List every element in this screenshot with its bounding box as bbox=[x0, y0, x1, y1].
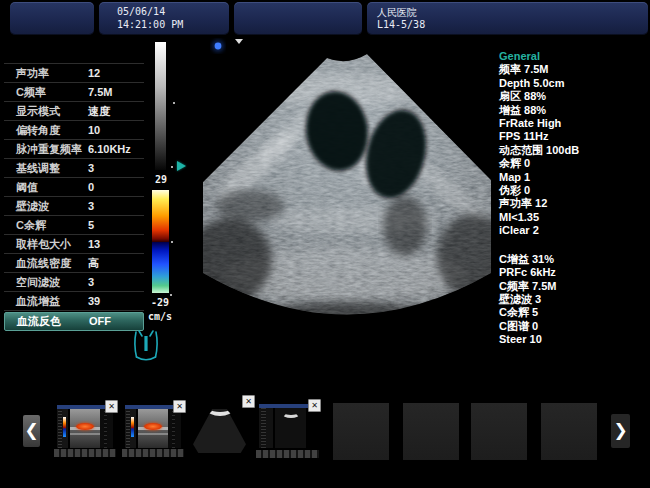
param-row-flow-invert-selected[interactable]: 血流反色 OFF bbox=[4, 312, 144, 331]
velocity-max-label: 29 bbox=[150, 174, 172, 185]
info-line-framerate: FrRate High bbox=[499, 117, 649, 130]
param-row-prf[interactable]: 脉冲重复频率 6.10KHz bbox=[4, 140, 144, 159]
info-line-map: Map 1 bbox=[499, 171, 649, 184]
param-row-c-frequency[interactable]: C频率 7.5M bbox=[4, 83, 144, 102]
ultrasound-app-screen: 05/06/14 14:21:00 PM 人民医院 L14-5/38 声功率 1… bbox=[0, 0, 650, 488]
info-line-prfc: PRFc 6kHz bbox=[499, 266, 649, 279]
param-value: 5 bbox=[88, 216, 94, 234]
shadow-far-field bbox=[220, 302, 470, 338]
param-row-display-mode[interactable]: 显示模式 速度 bbox=[4, 102, 144, 121]
info-line-wall-filter: 壁滤波 3 bbox=[499, 293, 649, 306]
param-value: OFF bbox=[89, 313, 111, 330]
thumb-cine-strip bbox=[122, 449, 184, 457]
thumb-tissue-line bbox=[138, 433, 168, 435]
hospital-name: 人民医院 bbox=[377, 6, 417, 20]
info-line-depth: Depth 5.0cm bbox=[499, 77, 649, 90]
velocity-min-label: -29 bbox=[146, 297, 174, 308]
velocity-unit-label: cm/s bbox=[144, 311, 176, 322]
info-line-power: 声功率 12 bbox=[499, 197, 649, 210]
param-value: 3 bbox=[88, 273, 94, 291]
probe-position-mark bbox=[144, 336, 147, 351]
info-line-steer: Steer 10 bbox=[499, 333, 649, 346]
thumb-image bbox=[138, 409, 168, 448]
param-value: 速度 bbox=[88, 102, 110, 120]
param-label: C余辉 bbox=[16, 219, 46, 231]
thumb-tissue-line bbox=[70, 433, 100, 435]
thumbnail-convex-3[interactable]: ✕ bbox=[189, 400, 250, 456]
thumbnail-dark-4[interactable]: ✕ bbox=[259, 404, 316, 448]
thumb-probe-arc bbox=[282, 409, 300, 418]
param-label: 显示模式 bbox=[16, 105, 60, 117]
info-line-gain: 增益 88% bbox=[499, 104, 649, 117]
param-value: 39 bbox=[88, 292, 100, 310]
steer-arrow-icon bbox=[177, 161, 186, 171]
param-label: 脉冲重复频率 bbox=[16, 143, 82, 155]
param-row-flow-gain[interactable]: 血流增益 39 bbox=[4, 292, 144, 311]
thumb-doppler-flow bbox=[76, 423, 94, 430]
param-value: 3 bbox=[88, 159, 94, 177]
thumb-image bbox=[70, 409, 100, 448]
param-value: 13 bbox=[88, 235, 100, 253]
thumbnail-doppler-1[interactable]: ✕ bbox=[57, 405, 113, 448]
thumbnail-doppler-2[interactable]: ✕ bbox=[125, 405, 181, 448]
param-label: 血流增益 bbox=[16, 295, 60, 307]
param-row-acoustic-power[interactable]: 声功率 12 bbox=[4, 63, 144, 83]
date-text: 05/06/14 bbox=[117, 6, 165, 17]
param-label: 阈值 bbox=[16, 181, 38, 193]
empty-thumbnail-slot bbox=[333, 403, 389, 460]
param-label: 基线调整 bbox=[16, 162, 60, 174]
parameter-panel: 声功率 12 C频率 7.5M 显示模式 速度 偏转角度 10 脉冲重复频率 6… bbox=[4, 63, 144, 331]
shadow-left-mid bbox=[216, 190, 284, 222]
blue-marker-dot bbox=[215, 43, 222, 50]
param-row-c-persistence[interactable]: C余辉 5 bbox=[4, 216, 144, 235]
topbar-logo-segment bbox=[10, 2, 94, 35]
empty-thumbnail-slot bbox=[403, 403, 459, 460]
empty-thumbnail-slot bbox=[471, 403, 527, 460]
thumb-colorbar bbox=[131, 417, 134, 437]
param-row-spatial-filter[interactable]: 空间滤波 3 bbox=[4, 273, 144, 292]
thumb-doppler-flow bbox=[144, 423, 162, 430]
info-line-c-map: C图谱 0 bbox=[499, 320, 649, 333]
thumb-left-panel bbox=[57, 409, 68, 448]
param-value: 6.10KHz bbox=[88, 140, 131, 158]
param-label: 壁滤波 bbox=[16, 200, 49, 212]
ultrasound-image[interactable] bbox=[195, 38, 497, 338]
param-value: 高 bbox=[88, 254, 99, 272]
info-line-c-gain: C增益 31% bbox=[499, 253, 649, 266]
topbar-datetime-segment: 05/06/14 14:21:00 PM bbox=[99, 2, 229, 35]
param-label: 声功率 bbox=[16, 67, 49, 79]
thumb-image bbox=[275, 408, 306, 448]
info-line-iclear: iClear 2 bbox=[499, 224, 649, 237]
thumbnails-prev-button[interactable]: ❮ bbox=[23, 415, 40, 447]
image-info-panel: General 频率 7.5M Depth 5.0cm 扇区 88% 增益 88… bbox=[499, 50, 649, 347]
focus-marker-dot bbox=[173, 102, 175, 104]
info-line-frequency: 频率 7.5M bbox=[499, 63, 649, 76]
info-line-sector: 扇区 88% bbox=[499, 90, 649, 103]
close-icon[interactable]: ✕ bbox=[308, 399, 321, 412]
param-value: 7.5M bbox=[88, 83, 112, 101]
color-mode-info: C增益 31% PRFc 6kHz C频率 7.5M 壁滤波 3 C余辉 5 C… bbox=[499, 253, 649, 347]
param-row-baseline[interactable]: 基线调整 3 bbox=[4, 159, 144, 178]
info-line-pseudocolor: 伪彩 0 bbox=[499, 184, 649, 197]
topbar-hospital-segment: 人民医院 L14-5/38 bbox=[367, 2, 648, 35]
time-text: 14:21:00 PM bbox=[117, 19, 183, 30]
param-row-packet-size[interactable]: 取样包大小 13 bbox=[4, 235, 144, 254]
probe-model: L14-5/38 bbox=[377, 19, 425, 30]
param-label: C频率 bbox=[16, 86, 46, 98]
param-value: 12 bbox=[88, 64, 100, 82]
close-icon[interactable]: ✕ bbox=[105, 400, 118, 413]
close-icon[interactable]: ✕ bbox=[173, 400, 186, 413]
close-icon[interactable]: ✕ bbox=[242, 395, 255, 408]
param-row-wall-filter[interactable]: 壁滤波 3 bbox=[4, 197, 144, 216]
thumb-left-panel bbox=[125, 409, 136, 448]
param-row-threshold[interactable]: 阈值 0 bbox=[4, 178, 144, 197]
thumb-left-panel bbox=[259, 408, 273, 448]
param-label: 取样包大小 bbox=[16, 238, 71, 250]
thumb-cine-strip bbox=[54, 449, 116, 457]
param-row-line-density[interactable]: 血流线密度 高 bbox=[4, 254, 144, 273]
info-line-c-persist: C余辉 5 bbox=[499, 306, 649, 319]
param-label: 偏转角度 bbox=[16, 124, 60, 136]
thumbnails-next-button[interactable]: ❯ bbox=[611, 414, 630, 448]
param-row-steer-angle[interactable]: 偏转角度 10 bbox=[4, 121, 144, 140]
marker-dot bbox=[171, 241, 173, 243]
